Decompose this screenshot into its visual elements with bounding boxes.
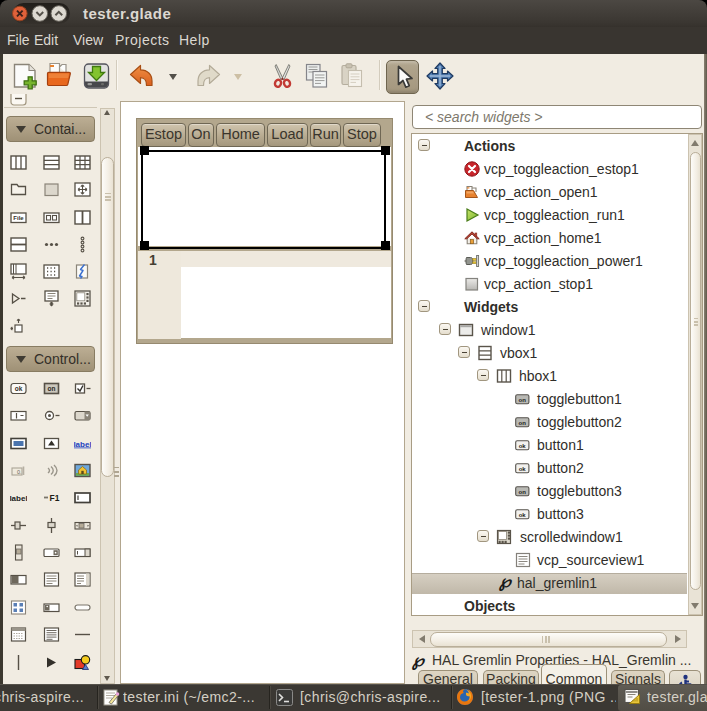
svg-text:0.: 0.: [17, 468, 22, 474]
svg-text:label: label: [74, 439, 91, 448]
svg-text:on: on: [519, 420, 527, 426]
svg-text:ok: ok: [519, 512, 527, 518]
svg-text:ok: ok: [519, 443, 527, 449]
svg-text:F1: F1: [50, 492, 60, 502]
svg-text:on: on: [48, 384, 56, 391]
svg-text:on: on: [519, 397, 527, 403]
svg-text:label: label: [10, 493, 27, 502]
svg-text:ok: ok: [519, 466, 527, 472]
svg-text:File: File: [13, 215, 24, 221]
svg-text:on: on: [519, 489, 527, 495]
svg-text:ok: ok: [15, 385, 23, 392]
